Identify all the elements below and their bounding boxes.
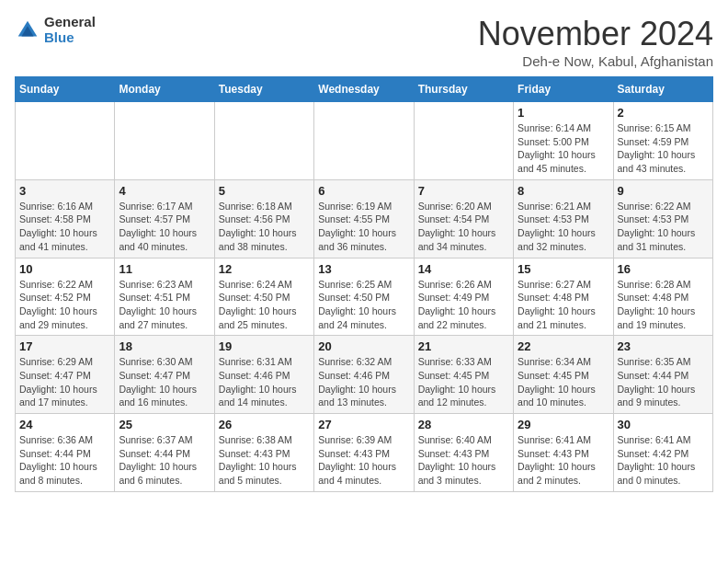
day-cell: 27Sunrise: 6:39 AM Sunset: 4:43 PM Dayli…	[314, 414, 414, 492]
day-cell	[314, 102, 414, 180]
logo: General Blue	[15, 15, 96, 45]
day-number: 18	[119, 339, 210, 353]
day-detail: Sunrise: 6:21 AM Sunset: 4:53 PM Dayligh…	[518, 200, 609, 254]
day-cell	[214, 102, 313, 180]
day-detail: Sunrise: 6:39 AM Sunset: 4:43 PM Dayligh…	[318, 433, 409, 488]
day-cell: 13Sunrise: 6:25 AM Sunset: 4:50 PM Dayli…	[314, 258, 414, 336]
day-cell: 4Sunrise: 6:17 AM Sunset: 4:57 PM Daylig…	[115, 179, 214, 258]
day-number: 15	[518, 262, 609, 276]
day-number: 5	[219, 184, 310, 198]
day-number: 27	[318, 418, 409, 431]
day-number: 7	[418, 184, 509, 198]
day-cell: 14Sunrise: 6:26 AM Sunset: 4:49 PM Dayli…	[414, 258, 513, 336]
day-detail: Sunrise: 6:32 AM Sunset: 4:46 PM Dayligh…	[318, 355, 409, 409]
day-detail: Sunrise: 6:41 AM Sunset: 4:43 PM Dayligh…	[518, 433, 609, 488]
day-number: 29	[518, 418, 609, 431]
header-cell-sunday: Sunday	[16, 77, 115, 102]
day-cell	[16, 102, 115, 180]
calendar-body: 1Sunrise: 6:14 AM Sunset: 5:00 PM Daylig…	[16, 102, 713, 492]
header-cell-saturday: Saturday	[613, 77, 712, 102]
week-row-3: 10Sunrise: 6:22 AM Sunset: 4:52 PM Dayli…	[16, 258, 713, 336]
logo-icon	[15, 17, 40, 43]
day-cell: 16Sunrise: 6:28 AM Sunset: 4:48 PM Dayli…	[613, 258, 712, 336]
day-cell: 17Sunrise: 6:29 AM Sunset: 4:47 PM Dayli…	[16, 336, 115, 414]
day-cell: 11Sunrise: 6:23 AM Sunset: 4:51 PM Dayli…	[115, 258, 214, 336]
day-number: 28	[418, 418, 509, 431]
day-number: 6	[318, 184, 409, 198]
day-number: 26	[219, 418, 310, 431]
day-cell: 2Sunrise: 6:15 AM Sunset: 4:59 PM Daylig…	[613, 102, 712, 180]
day-number: 22	[518, 339, 609, 353]
logo-text: General Blue	[44, 15, 96, 45]
day-cell: 22Sunrise: 6:34 AM Sunset: 4:45 PM Dayli…	[514, 336, 613, 414]
logo-general-text: General	[44, 15, 96, 30]
day-number: 30	[618, 418, 709, 431]
week-row-5: 24Sunrise: 6:36 AM Sunset: 4:44 PM Dayli…	[16, 414, 713, 492]
day-detail: Sunrise: 6:40 AM Sunset: 4:43 PM Dayligh…	[418, 433, 509, 488]
day-detail: Sunrise: 6:28 AM Sunset: 4:48 PM Dayligh…	[618, 278, 709, 332]
day-detail: Sunrise: 6:24 AM Sunset: 4:50 PM Dayligh…	[219, 278, 310, 332]
day-cell: 29Sunrise: 6:41 AM Sunset: 4:43 PM Dayli…	[514, 414, 613, 492]
day-detail: Sunrise: 6:22 AM Sunset: 4:53 PM Dayligh…	[618, 200, 709, 254]
week-row-1: 1Sunrise: 6:14 AM Sunset: 5:00 PM Daylig…	[16, 102, 713, 180]
day-number: 14	[418, 262, 509, 276]
day-cell: 25Sunrise: 6:37 AM Sunset: 4:44 PM Dayli…	[115, 414, 214, 492]
day-number: 11	[119, 262, 210, 276]
day-detail: Sunrise: 6:19 AM Sunset: 4:55 PM Dayligh…	[318, 200, 409, 254]
header-cell-monday: Monday	[115, 77, 214, 102]
day-number: 20	[318, 339, 409, 353]
day-detail: Sunrise: 6:35 AM Sunset: 4:44 PM Dayligh…	[618, 355, 709, 409]
header-cell-friday: Friday	[514, 77, 613, 102]
day-detail: Sunrise: 6:33 AM Sunset: 4:45 PM Dayligh…	[418, 355, 509, 409]
header-cell-tuesday: Tuesday	[214, 77, 313, 102]
day-detail: Sunrise: 6:37 AM Sunset: 4:44 PM Dayligh…	[119, 433, 210, 488]
calendar-header: SundayMondayTuesdayWednesdayThursdayFrid…	[16, 77, 713, 102]
day-cell: 26Sunrise: 6:38 AM Sunset: 4:43 PM Dayli…	[214, 414, 313, 492]
day-cell: 18Sunrise: 6:30 AM Sunset: 4:47 PM Dayli…	[115, 336, 214, 414]
day-number: 8	[518, 184, 609, 198]
day-cell: 5Sunrise: 6:18 AM Sunset: 4:56 PM Daylig…	[214, 179, 313, 258]
day-number: 4	[119, 184, 210, 198]
day-detail: Sunrise: 6:16 AM Sunset: 4:58 PM Dayligh…	[19, 200, 110, 254]
header-cell-thursday: Thursday	[414, 77, 513, 102]
day-detail: Sunrise: 6:14 AM Sunset: 5:00 PM Dayligh…	[518, 121, 609, 176]
day-cell: 24Sunrise: 6:36 AM Sunset: 4:44 PM Dayli…	[16, 414, 115, 492]
day-cell: 28Sunrise: 6:40 AM Sunset: 4:43 PM Dayli…	[414, 414, 513, 492]
day-detail: Sunrise: 6:30 AM Sunset: 4:47 PM Dayligh…	[119, 355, 210, 409]
day-detail: Sunrise: 6:18 AM Sunset: 4:56 PM Dayligh…	[219, 200, 310, 254]
day-number: 10	[19, 262, 110, 276]
day-number: 1	[518, 106, 609, 120]
day-number: 13	[318, 262, 409, 276]
month-title: November 2024	[478, 15, 713, 53]
day-detail: Sunrise: 6:27 AM Sunset: 4:48 PM Dayligh…	[518, 278, 609, 332]
day-detail: Sunrise: 6:41 AM Sunset: 4:42 PM Dayligh…	[618, 433, 709, 488]
day-detail: Sunrise: 6:26 AM Sunset: 4:49 PM Dayligh…	[418, 278, 509, 332]
day-cell: 15Sunrise: 6:27 AM Sunset: 4:48 PM Dayli…	[514, 258, 613, 336]
location-subtitle: Deh-e Now, Kabul, Afghanistan	[478, 53, 713, 69]
day-cell: 3Sunrise: 6:16 AM Sunset: 4:58 PM Daylig…	[16, 179, 115, 258]
day-detail: Sunrise: 6:29 AM Sunset: 4:47 PM Dayligh…	[19, 355, 110, 409]
day-number: 2	[618, 106, 709, 120]
day-detail: Sunrise: 6:34 AM Sunset: 4:45 PM Dayligh…	[518, 355, 609, 409]
day-cell: 20Sunrise: 6:32 AM Sunset: 4:46 PM Dayli…	[314, 336, 414, 414]
day-number: 19	[219, 339, 310, 353]
day-cell: 23Sunrise: 6:35 AM Sunset: 4:44 PM Dayli…	[613, 336, 712, 414]
day-number: 23	[618, 339, 709, 353]
page-header: General Blue November 2024 Deh-e Now, Ka…	[15, 15, 713, 69]
day-detail: Sunrise: 6:17 AM Sunset: 4:57 PM Dayligh…	[119, 200, 210, 254]
day-number: 12	[219, 262, 310, 276]
day-number: 25	[119, 418, 210, 431]
day-number: 9	[618, 184, 709, 198]
day-cell: 6Sunrise: 6:19 AM Sunset: 4:55 PM Daylig…	[314, 179, 414, 258]
day-number: 24	[19, 418, 110, 431]
week-row-2: 3Sunrise: 6:16 AM Sunset: 4:58 PM Daylig…	[16, 179, 713, 258]
day-cell: 12Sunrise: 6:24 AM Sunset: 4:50 PM Dayli…	[214, 258, 313, 336]
day-detail: Sunrise: 6:15 AM Sunset: 4:59 PM Dayligh…	[618, 121, 709, 176]
day-detail: Sunrise: 6:36 AM Sunset: 4:44 PM Dayligh…	[19, 433, 110, 488]
title-block: November 2024 Deh-e Now, Kabul, Afghanis…	[478, 15, 713, 69]
day-number: 17	[19, 339, 110, 353]
day-cell	[115, 102, 214, 180]
header-cell-wednesday: Wednesday	[314, 77, 414, 102]
calendar-table: SundayMondayTuesdayWednesdayThursdayFrid…	[15, 76, 713, 492]
day-detail: Sunrise: 6:23 AM Sunset: 4:51 PM Dayligh…	[119, 278, 210, 332]
